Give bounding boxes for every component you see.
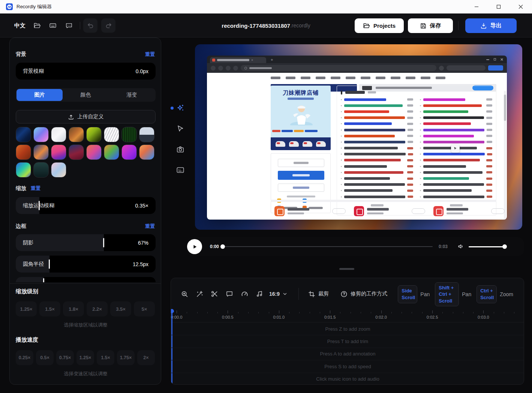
wallpaper-thumbnail-18[interactable] [33, 162, 49, 178]
undo-button[interactable] [83, 18, 97, 33]
speed-gauge-icon[interactable] [239, 289, 250, 299]
zoom-level-option[interactable]: 1.25× [16, 301, 37, 316]
shop-shoes-strip [271, 137, 331, 150]
timeline-ruler[interactable]: 0:00.00:00.50:01.00:01.50:02.00:02.50:03… [171, 310, 524, 322]
maximize-button[interactable] [490, 0, 507, 14]
wallpaper-thumbnail-15[interactable] [121, 145, 137, 160]
background-tab-inactive[interactable]: 颜色 [63, 89, 109, 101]
wallpaper-thumbnail-17[interactable] [16, 162, 31, 178]
browser-window-controls [486, 58, 503, 61]
wallpaper-thumbnail-10[interactable] [33, 145, 49, 160]
volume-track[interactable] [469, 246, 505, 247]
background-tab-active[interactable]: 图片 [16, 89, 63, 101]
music-icon[interactable] [254, 289, 265, 299]
play-button[interactable] [187, 239, 202, 254]
speed-option[interactable]: 2× [137, 350, 155, 365]
language-button[interactable]: 中文 [14, 14, 25, 38]
timeline-hint-row: Press Z to add zoom [171, 323, 524, 335]
partial-slider[interactable] [16, 277, 156, 282]
ruler-label: 0:01.5 [324, 315, 336, 319]
feedback-icon[interactable] [63, 20, 75, 31]
trim-help-button[interactable]: 修剪的工作方式 [340, 289, 387, 299]
page-scrollbar-thumb [504, 95, 506, 121]
ruler-minor-tick [207, 312, 208, 313]
seek-track[interactable] [223, 246, 433, 247]
corner-radius-slider[interactable]: 圆角半径 12.5px [16, 256, 156, 273]
link-row [341, 139, 413, 145]
wallpaper-thumbnail-16[interactable] [139, 145, 154, 160]
nav-link-placeholder [331, 77, 340, 79]
wallpaper-thumbnail-12[interactable] [69, 145, 84, 160]
wallpaper-thumbnail-1[interactable] [16, 127, 31, 142]
slider-handle[interactable] [49, 259, 50, 269]
ruler-label: 0:00.0 [171, 315, 183, 319]
ruler-label: 0:02.5 [427, 315, 438, 319]
wallpaper-thumbnail-3[interactable] [51, 127, 66, 142]
border-reset-link[interactable]: 重置 [145, 223, 155, 230]
save-button[interactable]: 保存 [408, 18, 453, 33]
volume-icon[interactable] [457, 243, 465, 250]
speed-option[interactable]: 1.5× [97, 350, 114, 365]
minimize-button[interactable] [468, 0, 485, 14]
magic-wand-icon[interactable] [194, 289, 205, 299]
open-folder-icon[interactable] [31, 20, 43, 31]
scroll-shortcut-legend: Side ScrollPanShift + Ctrl + ScrollPanCt… [398, 283, 519, 306]
close-button[interactable] [512, 0, 529, 14]
export-button[interactable]: 导出 [465, 18, 517, 33]
slider-handle[interactable] [103, 238, 104, 247]
browser-tab: × [210, 57, 266, 63]
wallpaper-thumbnail-5[interactable] [86, 127, 102, 142]
zoom-level-option[interactable]: 1.8× [63, 301, 84, 316]
effects-sparkles-icon[interactable] [175, 102, 186, 114]
ruler-minor-tick [269, 312, 269, 313]
crop-button[interactable]: 裁剪 [308, 289, 329, 299]
speed-option[interactable]: 0.75× [56, 350, 74, 365]
wallpaper-thumbnail-11[interactable] [51, 145, 66, 160]
video-preview-canvas[interactable]: × + [195, 44, 522, 230]
link-row [420, 102, 492, 108]
zoom-reset-link[interactable]: 重置 [31, 185, 40, 192]
wallpaper-thumbnail-8[interactable] [139, 127, 154, 142]
annotation-icon[interactable] [224, 289, 235, 299]
ruler-minor-tick [504, 312, 504, 313]
scissors-icon[interactable] [209, 289, 220, 299]
timeline-hint-row: Press T to add trim [171, 335, 524, 348]
volume-handle[interactable] [502, 244, 507, 249]
wallpaper-thumbnail-2[interactable] [33, 127, 49, 142]
keyboard-shortcuts-icon[interactable] [47, 20, 58, 31]
wallpaper-thumbnail-7[interactable] [121, 127, 137, 142]
cursor-tool-icon[interactable] [175, 123, 186, 134]
timeline-hint-row: Click music icon to add audio [171, 373, 524, 385]
link-row [341, 157, 413, 163]
wallpaper-thumbnail-6[interactable] [104, 127, 119, 142]
camera-tool-icon[interactable] [175, 144, 186, 155]
projects-button[interactable]: Projects [355, 18, 404, 33]
wallpaper-thumbnail-14[interactable] [104, 145, 119, 160]
webpage-content: 刀妹潮牌店铺 [207, 73, 507, 220]
zoom-level-option[interactable]: 5× [134, 301, 155, 316]
redo-button[interactable] [101, 18, 115, 33]
speed-option[interactable]: 1.25× [76, 350, 94, 365]
wallpaper-thumbnail-13[interactable] [86, 145, 102, 160]
seek-handle[interactable] [220, 244, 225, 249]
shadow-slider[interactable]: 阴影 67% [16, 234, 156, 251]
wallpaper-thumbnail-19[interactable] [51, 162, 66, 178]
wallpaper-thumbnail-9[interactable] [16, 145, 31, 160]
captions-tool-icon[interactable] [175, 164, 186, 176]
zoom-level-option[interactable]: 2.2× [87, 301, 108, 316]
background-reset-link[interactable]: 重置 [145, 51, 155, 58]
background-blur-slider[interactable]: 背景模糊 0.0px [16, 63, 156, 80]
speed-option[interactable]: 0.5× [36, 350, 54, 365]
zoom-motion-blur-slider[interactable]: 缩放运动模糊 0.35× [16, 197, 156, 214]
aspect-ratio-dropdown[interactable]: 16:9 [269, 289, 287, 299]
slider-handle[interactable] [43, 278, 44, 282]
background-tab-inactive[interactable]: 渐变 [109, 89, 155, 101]
zoom-level-option[interactable]: 3.5× [110, 301, 131, 316]
upload-custom-button[interactable]: 上传自定义 [16, 110, 156, 123]
zoom-level-option[interactable]: 1.5× [39, 301, 60, 316]
speed-option[interactable]: 1.75× [117, 350, 135, 365]
panel-drag-handle[interactable] [339, 268, 354, 270]
speed-option[interactable]: 0.25× [16, 350, 33, 365]
timeline-zoom-in-icon[interactable] [179, 289, 190, 299]
wallpaper-thumbnail-4[interactable] [69, 127, 84, 142]
